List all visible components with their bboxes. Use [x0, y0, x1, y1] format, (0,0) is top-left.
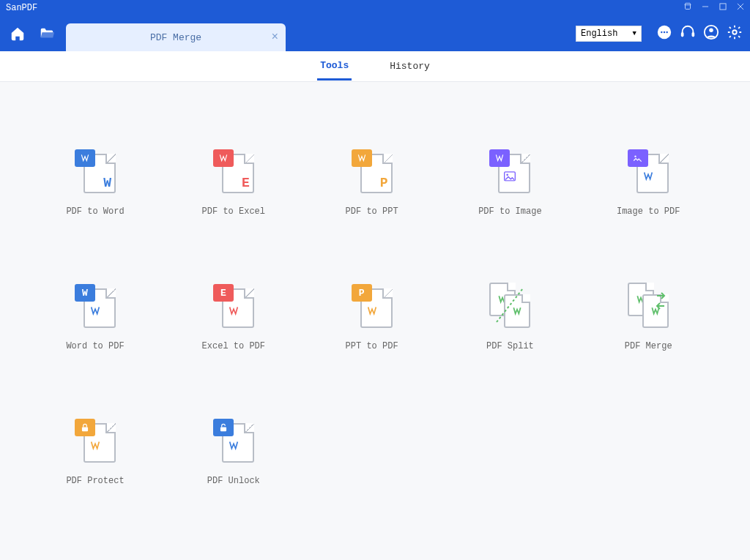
tool-word-to-pdf[interactable]: W Word to PDF	[51, 283, 139, 351]
open-folder-button[interactable]	[37, 23, 57, 44]
tool-pdf-to-word[interactable]: W PDF to Word	[51, 148, 139, 217]
pdf-unlock-icon	[213, 417, 254, 463]
tool-pdf-to-image[interactable]: PDF to Image	[466, 148, 554, 217]
pdf-to-excel-icon: E	[213, 148, 254, 193]
tool-pdf-protect[interactable]: PDF Protect	[51, 417, 139, 486]
tool-pdf-unlock[interactable]: PDF Unlock	[190, 417, 278, 486]
tool-pdf-to-excel[interactable]: E PDF to Excel	[190, 148, 278, 217]
chat-icon[interactable]	[656, 24, 672, 44]
tab-label: PDF Merge	[76, 32, 275, 43]
svg-point-5	[661, 31, 662, 32]
active-tab[interactable]: PDF Merge ×	[66, 23, 286, 51]
maximize-button[interactable]	[718, 1, 728, 15]
svg-rect-1	[720, 4, 726, 10]
word-to-pdf-icon: W	[75, 283, 116, 328]
tab-tools[interactable]: Tools	[317, 53, 352, 81]
settings-icon[interactable]	[727, 24, 743, 44]
tab-history[interactable]: History	[387, 53, 433, 79]
svg-point-11	[709, 28, 713, 32]
tool-pdf-to-ppt[interactable]: P PDF to PPT	[328, 148, 416, 217]
chevron-down-icon: ▼	[633, 30, 636, 37]
image-to-pdf-icon	[628, 148, 669, 193]
theme-icon[interactable]	[683, 1, 693, 15]
svg-point-7	[666, 31, 667, 32]
svg-point-6	[664, 31, 665, 32]
main-toolbar: PDF Merge × English ▼	[0, 16, 750, 51]
pdf-to-ppt-icon: P	[352, 148, 393, 193]
tools-grid: W PDF to Word E PDF to Excel P PDF to PP…	[0, 82, 750, 486]
language-select[interactable]: English ▼	[576, 26, 642, 42]
svg-rect-17	[82, 427, 88, 431]
tool-pdf-split[interactable]: PDF Split	[466, 283, 554, 351]
svg-point-14	[507, 173, 509, 176]
language-value: English	[581, 29, 617, 39]
pdf-protect-icon	[75, 417, 116, 463]
svg-point-12	[732, 30, 737, 34]
svg-rect-9	[692, 32, 695, 37]
pdf-to-image-icon	[489, 148, 530, 193]
excel-to-pdf-icon: E	[213, 283, 254, 328]
home-button[interactable]	[7, 23, 28, 44]
app-title: SanPDF	[4, 3, 37, 13]
svg-rect-18	[220, 427, 226, 431]
titlebar: SanPDF	[0, 0, 750, 16]
tool-pdf-merge[interactable]: PDF Merge	[604, 283, 692, 351]
pdf-merge-icon	[628, 283, 669, 328]
minimize-button[interactable]	[700, 1, 710, 15]
ppt-to-pdf-icon: P	[352, 283, 393, 328]
pdf-split-icon	[489, 283, 530, 328]
pdf-to-word-icon: W	[75, 148, 116, 193]
subnav: Tools History	[0, 51, 750, 82]
tool-excel-to-pdf[interactable]: E Excel to PDF	[190, 283, 278, 351]
support-icon[interactable]	[680, 24, 696, 44]
svg-rect-8	[681, 32, 684, 37]
svg-point-15	[635, 156, 636, 157]
account-icon[interactable]	[703, 24, 719, 44]
close-button[interactable]	[735, 1, 746, 15]
tool-image-to-pdf[interactable]: Image to PDF	[604, 148, 692, 217]
tool-ppt-to-pdf[interactable]: P PPT to PDF	[328, 283, 416, 351]
tab-close-button[interactable]: ×	[271, 31, 278, 44]
